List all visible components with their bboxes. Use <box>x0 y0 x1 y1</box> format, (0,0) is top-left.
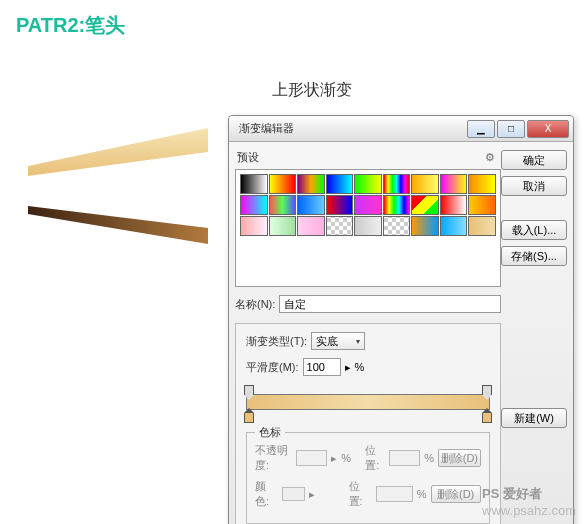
opacity-input <box>296 450 328 466</box>
preset-swatch[interactable] <box>354 195 382 215</box>
gradient-type-select[interactable]: 实底 ▾ <box>311 332 365 350</box>
preset-swatch[interactable] <box>440 174 468 194</box>
window-minimize-button[interactable]: ▁ <box>467 120 495 138</box>
preset-swatch[interactable] <box>326 195 354 215</box>
preset-swatch[interactable] <box>411 195 439 215</box>
delete-stop-button: 删除(D) <box>438 449 481 467</box>
position-input-2 <box>376 486 413 502</box>
pencil-tip-shape-top <box>20 120 210 180</box>
preset-swatch[interactable] <box>383 195 411 215</box>
chevron-down-icon: ▾ <box>356 337 360 346</box>
preset-swatch[interactable] <box>468 216 496 236</box>
cancel-button[interactable]: 取消 <box>501 176 567 196</box>
preset-swatch[interactable] <box>383 174 411 194</box>
presets-panel <box>235 169 501 287</box>
dialog-titlebar[interactable]: 渐变编辑器 ▁ □ X <box>229 116 573 142</box>
preset-swatch[interactable] <box>240 174 268 194</box>
preset-swatch[interactable] <box>269 174 297 194</box>
svg-marker-1 <box>28 206 208 244</box>
preset-swatch[interactable] <box>411 216 439 236</box>
percent-label-2: % <box>341 452 351 464</box>
name-label: 名称(N): <box>235 297 275 312</box>
delete-color-button: 删除(D) <box>431 485 481 503</box>
window-close-button[interactable]: X <box>527 120 569 138</box>
gradient-preview <box>246 394 490 410</box>
position-input <box>389 450 421 466</box>
chevron-right-icon[interactable]: ▸ <box>345 361 351 374</box>
pencil-tip-shape-bottom <box>20 200 210 250</box>
page-header: PATR2:笔头 <box>0 0 584 51</box>
preset-swatch[interactable] <box>326 216 354 236</box>
color-swatch <box>282 487 304 501</box>
preset-swatch[interactable] <box>269 195 297 215</box>
preset-swatch[interactable] <box>440 195 468 215</box>
preset-swatch[interactable] <box>240 216 268 236</box>
opacity-stop-left[interactable] <box>244 385 254 395</box>
preset-swatch[interactable] <box>297 195 325 215</box>
gear-icon[interactable]: ⚙ <box>485 151 495 164</box>
load-button[interactable]: 载入(L)... <box>501 220 567 240</box>
color-stop-left[interactable] <box>244 413 254 423</box>
svg-marker-0 <box>28 128 208 176</box>
preset-swatch[interactable] <box>354 216 382 236</box>
preset-swatch[interactable] <box>297 174 325 194</box>
presets-label-text: 预设 <box>237 150 259 165</box>
preset-swatch[interactable] <box>240 195 268 215</box>
new-button[interactable]: 新建(W) <box>501 408 567 428</box>
stops-legend: 色标 <box>255 425 285 440</box>
subtitle: 上形状渐变 <box>272 80 352 101</box>
preset-swatch[interactable] <box>297 216 325 236</box>
preset-swatch[interactable] <box>468 174 496 194</box>
preset-swatch[interactable] <box>411 174 439 194</box>
percent-label-3: % <box>424 452 434 464</box>
preset-swatch[interactable] <box>440 216 468 236</box>
smoothness-input[interactable] <box>303 358 341 376</box>
gradient-type-value: 实底 <box>316 334 338 349</box>
presets-label: 预设 ⚙ <box>237 150 501 165</box>
gradient-editor-dialog: 渐变编辑器 ▁ □ X 预设 ⚙ 名称(N): 渐变类型(T): 实底 <box>228 115 574 524</box>
save-button[interactable]: 存储(S)... <box>501 246 567 266</box>
name-input[interactable] <box>279 295 500 313</box>
preset-swatch[interactable] <box>326 174 354 194</box>
position-label: 位置: <box>365 443 385 473</box>
position-label-2: 位置: <box>349 479 372 509</box>
opacity-label: 不透明度: <box>255 443 292 473</box>
gradient-type-label: 渐变类型(T): <box>246 334 307 349</box>
stops-fieldset: 色标 不透明度: ▸ % 位置: % 删除(D) 颜色: ▸ 位置: <box>246 432 490 524</box>
preset-swatch[interactable] <box>383 216 411 236</box>
percent-label: % <box>355 361 365 373</box>
preset-swatch[interactable] <box>468 195 496 215</box>
dialog-title: 渐变编辑器 <box>239 121 294 136</box>
watermark: PS 爱好者 www.psahz.com <box>482 485 576 518</box>
percent-label-4: % <box>417 488 427 500</box>
window-maximize-button[interactable]: □ <box>497 120 525 138</box>
preset-swatch[interactable] <box>354 174 382 194</box>
ok-button[interactable]: 确定 <box>501 150 567 170</box>
color-stop-right[interactable] <box>482 413 492 423</box>
gradient-settings-group: 渐变类型(T): 实底 ▾ 平滑度(M): ▸ % <box>235 323 501 524</box>
preset-swatch[interactable] <box>269 216 297 236</box>
color-label: 颜色: <box>255 479 278 509</box>
smoothness-label: 平滑度(M): <box>246 360 299 375</box>
watermark-url: www.psahz.com <box>482 503 576 518</box>
watermark-brand: PS 爱好者 <box>482 486 542 501</box>
gradient-bar[interactable] <box>246 394 490 414</box>
opacity-stop-right[interactable] <box>482 385 492 395</box>
swatch-grid <box>240 174 496 236</box>
